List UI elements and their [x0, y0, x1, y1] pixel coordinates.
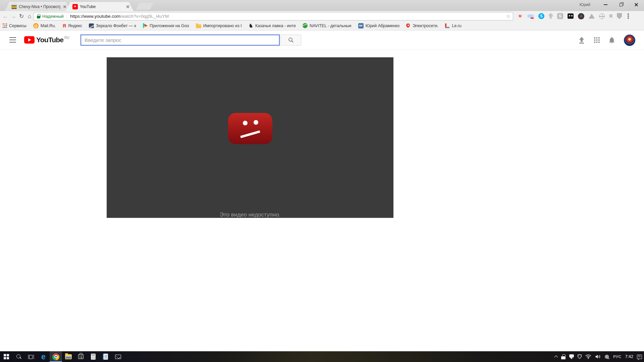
- volume-icon[interactable]: [595, 354, 601, 359]
- reload-icon[interactable]: ↻: [17, 12, 25, 20]
- url-host: https://www.youtube.com: [70, 14, 120, 19]
- bookmark-label: NAVITEL - детальные: [310, 23, 352, 28]
- task-view-button[interactable]: [25, 351, 37, 362]
- dark-shield-tray-icon[interactable]: [578, 354, 582, 359]
- file-explorer-icon: [65, 354, 72, 359]
- profile-name[interactable]: Юрий: [580, 2, 590, 7]
- bookmark-label: Импортировано из I: [203, 23, 242, 28]
- security-lock-tray-icon[interactable]: [561, 354, 566, 359]
- store-button[interactable]: [74, 351, 87, 362]
- domino-extension-icon[interactable]: [568, 13, 574, 19]
- clock[interactable]: 7:42: [625, 354, 633, 359]
- edge-icon: e: [41, 353, 46, 360]
- file-explorer-button[interactable]: [62, 351, 74, 362]
- chrome-button[interactable]: [50, 351, 62, 362]
- upload-icon[interactable]: [578, 37, 586, 44]
- yandex-elements-extension-icon[interactable]: Я: [609, 13, 612, 19]
- bookmark-imported-folder[interactable]: Импортировано из I: [196, 23, 242, 28]
- action-center-icon[interactable]: [637, 355, 642, 359]
- edge-button[interactable]: e: [37, 351, 50, 362]
- bookmark-elektroseti[interactable]: Электросети.: [406, 23, 438, 28]
- hidden-icons-chevron[interactable]: [554, 355, 558, 359]
- home-icon[interactable]: ⌂: [25, 12, 34, 20]
- shield-extension-icon[interactable]: [617, 13, 622, 19]
- back-icon[interactable]: ←: [1, 12, 9, 20]
- search-input[interactable]: [81, 37, 279, 43]
- bookmark-google-play[interactable]: Приложения на Goo: [143, 23, 189, 28]
- store-icon: [78, 354, 84, 359]
- calculator-button[interactable]: [87, 351, 99, 362]
- bookmarks-bar: Сервисы @ Mail.Ru. Я Яндекс Зеркало Фонб…: [0, 21, 644, 31]
- adguard-extension-icon[interactable]: A: [578, 13, 584, 19]
- start-button[interactable]: [0, 351, 12, 362]
- system-tray: ✓ РУС 7:42: [555, 351, 642, 362]
- task-view-icon: [28, 355, 34, 359]
- bookmark-label: Зеркало Фонбет — х: [96, 23, 136, 28]
- url-text[interactable]: https://www.youtube.com/watch?v=0qg5L_i4…: [70, 14, 169, 19]
- windows-taskbar: e ✓ РУС 7:4: [0, 351, 644, 362]
- unavailable-video-icon: [228, 113, 272, 144]
- bookmark-label: Яндекс: [68, 23, 82, 28]
- mailru-cloud-extension-icon[interactable]: [527, 13, 534, 19]
- youtube-play-icon: [24, 36, 35, 44]
- bookmark-label: Электросети.: [413, 23, 438, 28]
- wifi-icon[interactable]: [585, 354, 591, 359]
- apps-grid-icon[interactable]: [594, 37, 600, 43]
- search-button[interactable]: [280, 35, 301, 46]
- chrome-menu-icon[interactable]: [628, 13, 629, 19]
- gmail-extension-icon[interactable]: M: [517, 14, 523, 18]
- hamburger-menu-icon[interactable]: [9, 37, 16, 43]
- unavailable-message: Это видео недоступно.: [107, 212, 393, 218]
- lightbulb-extension-icon[interactable]: [549, 13, 553, 19]
- tab-chevy-niva[interactable]: Chevy-Niva • Просмотр: [5, 2, 70, 11]
- bookmark-kazachya-lavka[interactable]: ♞ Казачья лавка - инте: [249, 23, 296, 28]
- notepad-icon: [103, 354, 108, 360]
- forward-icon[interactable]: →: [9, 12, 17, 20]
- avatar[interactable]: [624, 35, 635, 46]
- close-button[interactable]: [629, 0, 644, 9]
- tab-close-icon[interactable]: [125, 4, 130, 9]
- app-tray-icon[interactable]: [605, 355, 609, 359]
- bookmark-label: Mail.Ru.: [41, 23, 56, 28]
- horse-icon: ♞: [249, 23, 253, 28]
- youtube-logo[interactable]: YouTube RU: [24, 35, 69, 45]
- language-indicator[interactable]: РУС: [613, 355, 622, 359]
- bookmark-fonbet[interactable]: Зеркало Фонбет — х: [89, 23, 136, 28]
- chrome-icon: [52, 353, 59, 360]
- bookmark-yandex[interactable]: Я Яндекс: [63, 23, 82, 28]
- taskbar-search-button[interactable]: [12, 351, 25, 362]
- bookmark-mailru[interactable]: @ Mail.Ru.: [33, 23, 56, 28]
- search-icon: [16, 354, 21, 359]
- bookmark-leru[interactable]: Le.ru: [445, 23, 462, 28]
- triangle-extension-icon[interactable]: [589, 14, 595, 19]
- mouth: [240, 130, 260, 138]
- folder-icon: [196, 24, 201, 28]
- bookmark-star-icon[interactable]: ☆: [506, 13, 511, 19]
- restore-icon: [620, 3, 623, 6]
- video-player[interactable]: Это видео недоступно.: [107, 57, 393, 218]
- globe-extension-icon[interactable]: [599, 13, 605, 19]
- tab-youtube[interactable]: YouTube: [66, 2, 133, 11]
- bookmark-label: Юрий Абраменко: [366, 23, 399, 28]
- notifications-bell-icon[interactable]: [608, 36, 615, 44]
- bookmark-services[interactable]: Сервисы: [3, 23, 26, 28]
- defender-shield-icon[interactable]: ✓: [569, 354, 574, 359]
- fonbet-icon: [89, 23, 94, 28]
- notepad-button[interactable]: [99, 351, 112, 362]
- minimize-button[interactable]: [598, 0, 613, 9]
- tab-close-icon[interactable]: [62, 4, 67, 9]
- bookmark-navitel[interactable]: NAVITEL - детальные: [303, 23, 352, 28]
- skype-gray-extension-icon[interactable]: S: [557, 13, 563, 19]
- restore-button[interactable]: [613, 0, 629, 9]
- mail-button[interactable]: [112, 351, 124, 362]
- youtube-wordmark: YouTube: [36, 35, 63, 45]
- search-icon: [288, 37, 294, 43]
- address-bar[interactable]: Надежный https://www.youtube.com/watch?v…: [34, 12, 513, 20]
- new-tab-button[interactable]: [136, 3, 153, 10]
- skype-extension-icon[interactable]: S: [538, 13, 544, 19]
- security-label[interactable]: Надежный: [42, 14, 64, 19]
- bookmark-vk-profile[interactable]: ВК Юрий Абраменко: [358, 23, 399, 28]
- url-separator: [67, 14, 67, 19]
- google-play-icon: [143, 23, 148, 28]
- tab-title: Chevy-Niva • Просмотр: [19, 4, 60, 9]
